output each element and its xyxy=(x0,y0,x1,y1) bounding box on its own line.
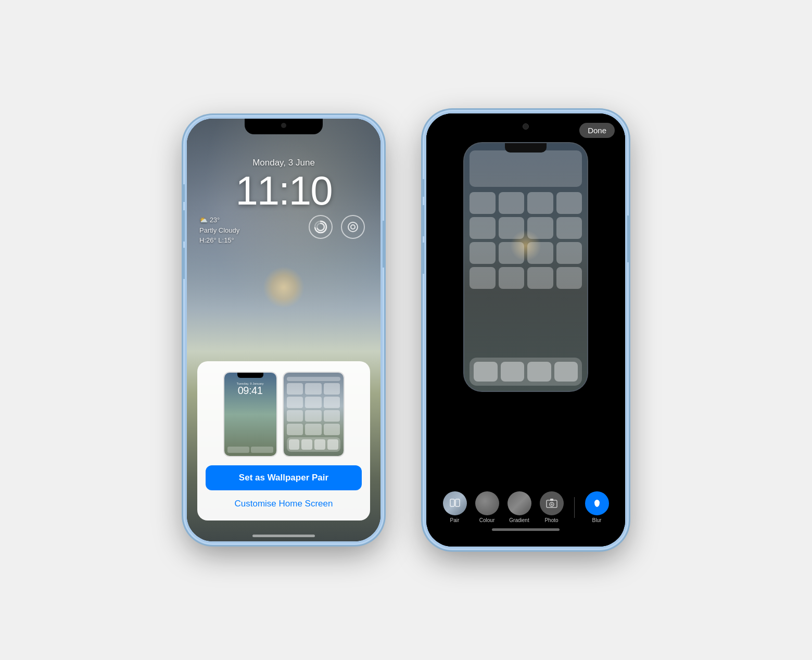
lock-screen: Monday, 3 June 11:10 ⛅ 23° Partly Cloudy… xyxy=(187,119,380,541)
svg-point-4 xyxy=(351,225,355,229)
app-icon-2-3 xyxy=(527,217,553,239)
front-camera xyxy=(523,123,529,130)
mini-app-3 xyxy=(324,383,340,395)
volume-up-button-2 xyxy=(422,205,424,236)
mini-dock-4 xyxy=(327,439,338,450)
gradient-icon xyxy=(508,491,531,515)
wallpaper-preview-pair: Tuesday, 9 January 09:41 xyxy=(206,372,362,457)
customise-home-screen-button[interactable]: Customise Home Screen xyxy=(206,496,362,512)
mini-app-11 xyxy=(305,424,322,435)
toolbar-item-blur[interactable]: Blur xyxy=(585,491,609,523)
set-wallpaper-button[interactable]: Set as Wallpaper Pair xyxy=(206,465,362,490)
preview-app-rows xyxy=(470,192,582,353)
mini-time: 09:41 xyxy=(238,385,263,396)
photo-label: Photo xyxy=(544,517,558,523)
mini-home-screen xyxy=(283,372,345,457)
mini-app-7 xyxy=(287,410,303,422)
mini-notch xyxy=(237,373,263,378)
toolbar-item-photo[interactable]: Photo xyxy=(540,491,564,523)
mini-widget xyxy=(287,377,340,381)
photo-icon xyxy=(540,491,564,515)
power-button xyxy=(383,221,385,268)
app-icon-1-4 xyxy=(556,192,582,214)
app-row-2 xyxy=(470,217,582,239)
done-button[interactable]: Done xyxy=(579,123,615,138)
gradient-label: Gradient xyxy=(509,517,529,523)
svg-rect-6 xyxy=(450,499,454,506)
dock-icon-2 xyxy=(501,362,525,382)
app-icon-3-4 xyxy=(556,242,582,264)
volume-down-button xyxy=(182,248,185,279)
app-icon-4-3 xyxy=(527,267,553,289)
lock-date: Monday, 3 June xyxy=(187,158,380,168)
svg-point-5 xyxy=(348,222,358,232)
mini-dock-1 xyxy=(289,439,300,450)
mini-app-grid xyxy=(287,381,340,437)
svg-point-11 xyxy=(551,503,553,505)
mini-app-9 xyxy=(324,410,340,422)
volume-down-button-2 xyxy=(422,243,424,274)
mini-app-8 xyxy=(305,410,322,422)
home-screen-editor: Done xyxy=(426,113,625,547)
app-icon-3-3 xyxy=(527,242,553,264)
app-icon-2-4 xyxy=(556,217,582,239)
home-indicator-2 xyxy=(492,528,560,531)
preview-notch xyxy=(505,143,547,153)
preview-widget-area xyxy=(470,150,582,187)
app-row-4 xyxy=(470,267,582,289)
activity-ring-widget xyxy=(309,215,333,239)
weather-condition: Partly Cloudy xyxy=(199,225,239,236)
dock-icon-1 xyxy=(474,362,498,382)
wallpaper-options-sheet: Tuesday, 9 January 09:41 xyxy=(197,361,370,521)
weather-widget: ⛅ 23° Partly Cloudy H:26° L:15° xyxy=(199,215,239,246)
mini-dock xyxy=(287,437,340,452)
app-icon-4-4 xyxy=(556,267,582,289)
power-button-2 xyxy=(627,215,630,262)
phone-1-screen: Monday, 3 June 11:10 ⛅ 23° Partly Cloudy… xyxy=(187,119,380,541)
mini-lock-display: Tuesday, 9 January 09:41 xyxy=(224,373,276,456)
weather-icon-temp: ⛅ 23° xyxy=(199,215,239,225)
mini-app-5 xyxy=(305,397,322,408)
mini-dock-2 xyxy=(301,439,312,450)
mini-app-1 xyxy=(287,383,303,395)
app-icon-1-2 xyxy=(499,192,525,214)
pair-icon xyxy=(443,491,467,515)
home-screen-preview xyxy=(463,142,588,392)
colour-label: Colour xyxy=(479,517,494,523)
weather-high-low: H:26° L:15° xyxy=(199,235,239,246)
svg-rect-9 xyxy=(550,499,553,501)
app-icon-1-1 xyxy=(470,192,496,214)
phone-2-frame: Done xyxy=(424,111,627,549)
mute-button-2 xyxy=(422,179,424,197)
phone-2-screen: Done xyxy=(426,113,625,547)
mini-home-display xyxy=(284,373,344,456)
preview-dock xyxy=(470,358,582,386)
weather-temp: 23° xyxy=(210,216,220,224)
app-icon-3-1 xyxy=(470,242,496,264)
dock-icon-4 xyxy=(554,362,578,382)
mini-app-12 xyxy=(324,424,340,435)
notch xyxy=(245,119,323,134)
toolbar-options: Pair Colour Gradient xyxy=(443,491,609,523)
weather-high: H:26° xyxy=(199,236,217,244)
editor-toolbar: Pair Colour Gradient xyxy=(426,491,625,531)
mini-app-2 xyxy=(305,383,322,395)
home-indicator xyxy=(252,535,315,537)
app-icon-2-1 xyxy=(470,217,496,239)
toolbar-item-colour[interactable]: Colour xyxy=(475,491,499,523)
app-icon-1-3 xyxy=(527,192,553,214)
water-drop-icon xyxy=(594,500,600,507)
mini-app-10 xyxy=(287,424,303,435)
toolbar-item-gradient[interactable]: Gradient xyxy=(508,491,531,523)
mini-app-6 xyxy=(324,397,340,408)
weather-low: L:15° xyxy=(218,236,234,244)
pair-label: Pair xyxy=(450,517,460,523)
app-row-3 xyxy=(470,242,582,264)
toolbar-item-pair[interactable]: Pair xyxy=(443,491,467,523)
app-icon-4-1 xyxy=(470,267,496,289)
colour-icon xyxy=(475,491,499,515)
lock-time: 11:10 xyxy=(187,170,380,211)
app-icon-2-2 xyxy=(499,217,525,239)
svg-rect-7 xyxy=(455,499,460,506)
toolbar-divider xyxy=(574,497,575,518)
